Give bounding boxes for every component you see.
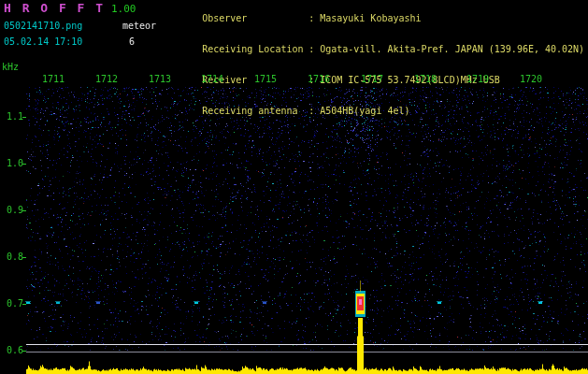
info-label: Observer <box>202 13 308 23</box>
frequency-axis: 1.11.00.90.80.70.6 <box>0 0 24 374</box>
info-row-antenna: Receiving antenna: A504HB(yagi 4el) <box>168 95 584 126</box>
time-tick-label: 1719 <box>464 74 492 84</box>
info-row-location: Receiving Location: Ogata-vill. Akita-Pr… <box>168 34 584 65</box>
hrofft-window: H R O F F T 1.00 0502141710.png meteor 0… <box>0 0 588 374</box>
time-tick-label: 1717 <box>358 74 386 84</box>
info-value: Masayuki Kobayashi <box>320 13 421 23</box>
freq-tick-label: 0.7 <box>0 298 23 309</box>
time-tick-label: 1711 <box>39 74 67 84</box>
freq-tick-label: 1.0 <box>0 158 23 168</box>
time-tick-label: 1715 <box>251 74 280 84</box>
time-tick-label: 1713 <box>146 74 174 84</box>
info-label: Receiving Location <box>202 44 308 54</box>
app-version: 1.00 <box>111 3 136 15</box>
time-axis: 1711171217131714171517161717171817191720 <box>0 74 588 85</box>
time-tick-label: 1714 <box>198 74 226 84</box>
info-value: Ogata-vill. Akita-Pref. JAPAN (139.96E, … <box>320 44 584 54</box>
mode-label: meteor <box>122 21 156 31</box>
freq-tick-label: 0.6 <box>0 345 23 355</box>
time-tick-label: 1716 <box>305 74 333 84</box>
echo-count: 6 <box>129 36 135 47</box>
freq-tick-label: 1.1 <box>0 111 23 122</box>
time-tick-label: 1720 <box>517 74 545 84</box>
info-separator: : <box>308 106 320 116</box>
station-info: Observer: Masayuki Kobayashi Receiving L… <box>168 3 584 126</box>
info-separator: : <box>308 44 320 54</box>
freq-tick-label: 0.9 <box>0 205 23 215</box>
info-label: Receiving antenna <box>202 106 308 116</box>
time-tick-label: 1718 <box>411 74 439 84</box>
info-value: A504HB(yagi 4el) <box>320 106 409 116</box>
time-tick-label: 1712 <box>93 74 121 84</box>
info-row-observer: Observer: Masayuki Kobayashi <box>168 3 584 34</box>
freq-tick-label: 0.8 <box>0 252 23 262</box>
info-separator: : <box>308 13 320 23</box>
